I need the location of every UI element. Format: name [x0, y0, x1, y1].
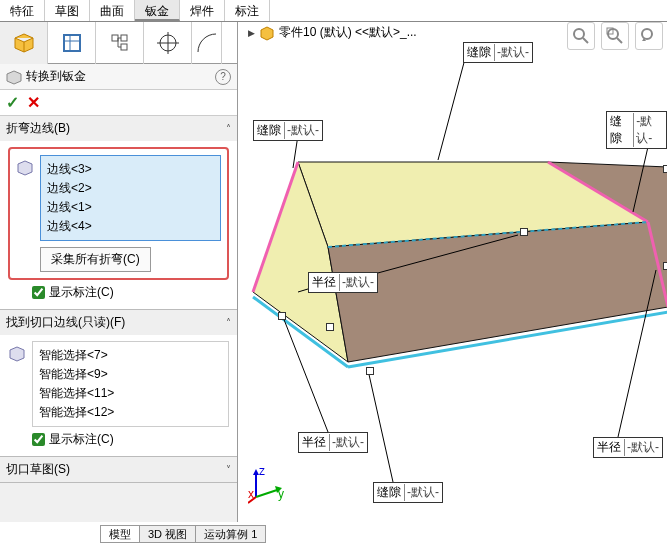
list-item[interactable]: 边线<3>: [45, 160, 216, 179]
collect-bends-button[interactable]: 采集所有折弯(C): [40, 247, 151, 272]
tab-sketch[interactable]: 草图: [45, 0, 90, 21]
svg-rect-3: [112, 35, 118, 41]
tab-model[interactable]: 模型: [100, 525, 140, 543]
checkbox-label: 显示标注(C): [49, 431, 114, 448]
panel-title: 转换到钣金: [26, 68, 86, 85]
ok-button[interactable]: ✓: [6, 93, 19, 112]
tab-3dview[interactable]: 3D 视图: [139, 525, 196, 543]
sketch-section-header[interactable]: 切口草图(S) ˅: [0, 457, 237, 482]
tab-weld[interactable]: 焊件: [180, 0, 225, 21]
show-label-checkbox[interactable]: [32, 286, 45, 299]
svg-text:y: y: [278, 487, 284, 501]
cancel-button[interactable]: ✕: [27, 93, 40, 112]
help-icon[interactable]: ?: [215, 69, 231, 85]
svg-text:z: z: [259, 465, 265, 478]
tree-icon: [109, 32, 131, 54]
bend-edges-header[interactable]: 折弯边线(B) ˄: [0, 116, 237, 141]
dim-tab[interactable]: [144, 22, 192, 64]
tab-surface[interactable]: 曲面: [90, 0, 135, 21]
edge-icon: [8, 345, 26, 363]
show-label-row[interactable]: 显示标注(C): [32, 284, 229, 301]
highlighted-group: 边线<3> 边线<2> 边线<1> 边线<4> 采集所有折弯(C): [8, 147, 229, 280]
svg-rect-4: [121, 35, 127, 41]
edge-marker[interactable]: [663, 165, 667, 173]
panel-title-bar: 转换到钣金 ?: [0, 64, 237, 90]
list-item: 智能选择<12>: [37, 403, 224, 422]
edge-marker[interactable]: [366, 367, 374, 375]
edge-marker[interactable]: [326, 323, 334, 331]
svg-rect-5: [121, 44, 127, 50]
config-tab[interactable]: [96, 22, 144, 64]
form-icon: [61, 32, 83, 54]
list-item[interactable]: 边线<2>: [45, 179, 216, 198]
view-triad-icon: z y x: [248, 465, 288, 505]
section-label: 找到切口边线(只读)(F): [6, 314, 125, 331]
svg-line-28: [368, 370, 393, 482]
list-item: 智能选择<7>: [37, 346, 224, 365]
checkbox-label: 显示标注(C): [49, 284, 114, 301]
radius-label[interactable]: 半径-默认-: [308, 272, 378, 293]
action-row: ✓ ✕: [0, 90, 237, 116]
svg-rect-0: [64, 35, 80, 51]
gap-label[interactable]: 缝隙-默认-: [606, 111, 667, 149]
graphics-viewport[interactable]: ▶ 零件10 (默认) <<默认>_...: [238, 22, 667, 522]
section-label: 切口草图(S): [6, 461, 70, 478]
show-label-row-2[interactable]: 显示标注(C): [32, 431, 229, 448]
tab-motion[interactable]: 运动算例 1: [195, 525, 266, 543]
feature-manager-tab[interactable]: [0, 22, 48, 64]
command-tabs: 特征 草图 曲面 钣金 焊件 标注: [0, 0, 667, 22]
gap-label[interactable]: 缝隙-默认-: [373, 482, 443, 503]
property-tab[interactable]: [48, 22, 96, 64]
arc-icon: [196, 32, 218, 54]
list-item: 智能选择<9>: [37, 365, 224, 384]
feature-panel: 转换到钣金 ? ✓ ✕ 折弯边线(B) ˄ 边线<3> 边线<2> 边线<1> …: [0, 22, 238, 522]
tab-annotate[interactable]: 标注: [225, 0, 270, 21]
cut-edges-listbox: 智能选择<7> 智能选择<9> 智能选择<11> 智能选择<12>: [32, 341, 229, 427]
cut-edges-header[interactable]: 找到切口边线(只读)(F) ˄: [0, 310, 237, 335]
chevron-up-icon: ˄: [226, 317, 231, 328]
edge-marker[interactable]: [520, 228, 528, 236]
edge-marker[interactable]: [663, 262, 667, 270]
gap-label[interactable]: 缝隙-默认-: [463, 42, 533, 63]
crosshair-icon: [157, 32, 179, 54]
tab-features[interactable]: 特征: [0, 0, 45, 21]
more-tab[interactable]: [192, 22, 222, 64]
chevron-up-icon: ˄: [226, 123, 231, 134]
bend-edges-listbox[interactable]: 边线<3> 边线<2> 边线<1> 边线<4>: [40, 155, 221, 241]
convert-sheetmetal-icon: [6, 69, 22, 85]
radius-label[interactable]: 半径-默认-: [298, 432, 368, 453]
svg-line-25: [438, 55, 466, 160]
cube-icon: [13, 32, 35, 54]
edge-icon: [16, 159, 34, 177]
list-item[interactable]: 边线<4>: [45, 217, 216, 236]
tab-sheetmetal[interactable]: 钣金: [135, 0, 180, 21]
svg-text:x: x: [248, 487, 254, 501]
section-label: 折弯边线(B): [6, 120, 70, 137]
show-label-checkbox-2[interactable]: [32, 433, 45, 446]
list-item: 智能选择<11>: [37, 384, 224, 403]
radius-label[interactable]: 半径-默认-: [593, 437, 663, 458]
chevron-down-icon: ˅: [226, 464, 231, 475]
list-item[interactable]: 边线<1>: [45, 198, 216, 217]
edge-marker[interactable]: [278, 312, 286, 320]
panel-tab-row: [0, 22, 237, 64]
gap-label[interactable]: 缝隙-默认-: [253, 120, 323, 141]
bottom-tabs: 模型 3D 视图 运动算例 1: [100, 525, 265, 543]
